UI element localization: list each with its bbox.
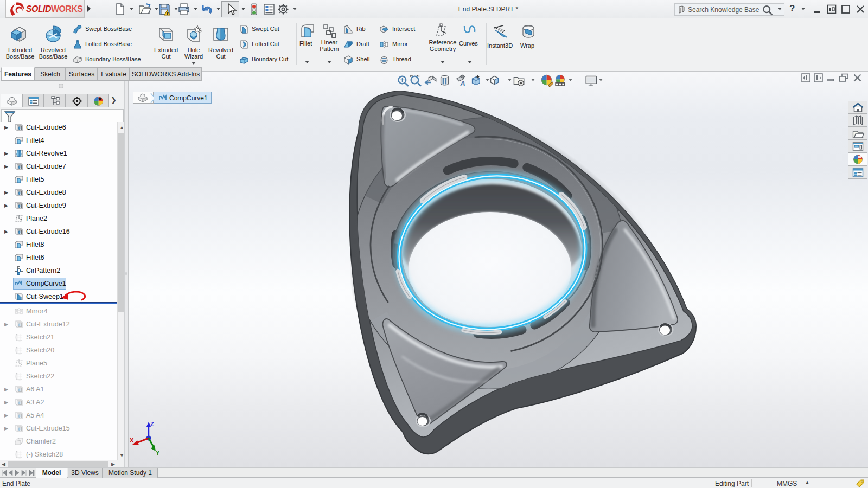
svg-text:Y: Y bbox=[156, 450, 160, 455]
svg-text:X: X bbox=[130, 437, 134, 444]
svg-text:Z: Z bbox=[150, 421, 154, 427]
svg-text:A: A bbox=[459, 80, 465, 87]
